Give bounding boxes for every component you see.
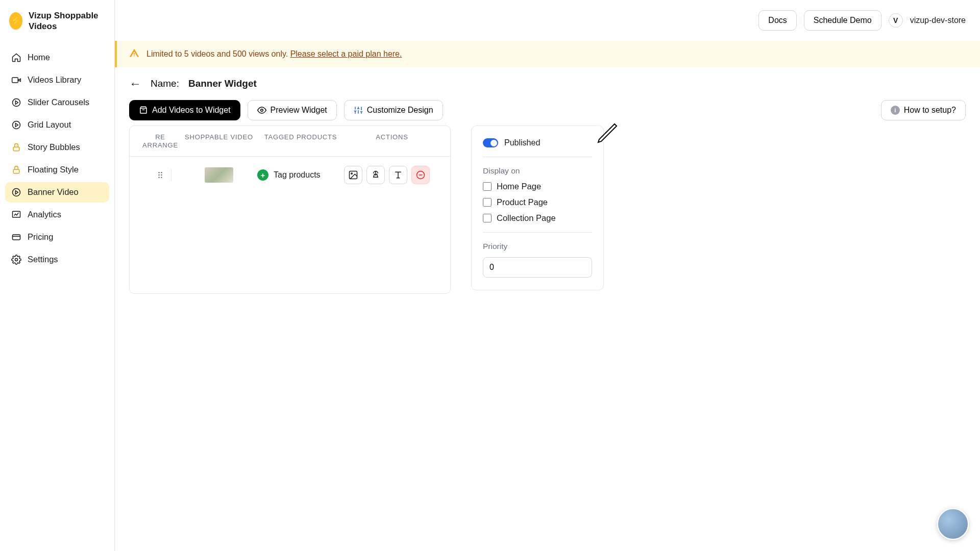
col-actions: ACTIONS [344, 133, 440, 149]
schedule-demo-button[interactable]: Schedule Demo [804, 10, 881, 31]
published-toggle[interactable] [483, 138, 498, 147]
col-rearrange: RE ARRANGE [140, 133, 181, 149]
sidebar-item-label: Floating Style [28, 165, 79, 174]
sidebar-item-settings[interactable]: Settings [5, 249, 109, 270]
avatar-letter[interactable]: V [889, 13, 903, 28]
svg-point-17 [351, 173, 353, 174]
support-chat-avatar[interactable] [937, 508, 969, 540]
customize-design-button[interactable]: Customize Design [344, 100, 443, 120]
svg-point-11 [161, 172, 162, 173]
videos-table: RE ARRANGE SHOPPABLE VIDEO TAGGED PRODUC… [129, 126, 451, 294]
collection-page-label: Collection Page [497, 213, 556, 223]
back-arrow-icon[interactable]: ← [129, 77, 141, 91]
svg-rect-7 [13, 235, 20, 240]
drag-handle-icon [157, 171, 164, 179]
sidebar-item-grid-layout[interactable]: Grid Layout [5, 115, 109, 135]
product-page-label: Product Page [497, 197, 548, 207]
tag-products-cell[interactable]: + Tag products [257, 169, 344, 181]
svg-rect-3 [13, 147, 19, 151]
sidebar-item-label: Story Bubbles [28, 142, 80, 152]
sidebar-item-label: Videos Library [28, 75, 81, 85]
pointer-icon [371, 170, 381, 180]
how-to-setup-button[interactable]: i How to setup? [881, 100, 966, 120]
add-videos-button[interactable]: Add Videos to Widget [129, 100, 240, 120]
svg-point-14 [158, 177, 160, 179]
svg-point-13 [161, 174, 162, 176]
home-icon [11, 53, 21, 63]
remove-action-button[interactable] [411, 166, 430, 184]
priority-input[interactable] [483, 257, 592, 278]
home-page-checkbox-row[interactable]: Home Page [483, 182, 592, 191]
sidebar-item-home[interactable]: Home [5, 47, 109, 68]
sidebar-item-story-bubbles[interactable]: Story Bubbles [5, 137, 109, 158]
sidebar-item-banner-video[interactable]: Banner Video [5, 182, 109, 203]
table-head: RE ARRANGE SHOPPABLE VIDEO TAGGED PRODUC… [130, 126, 450, 157]
brand-name: Vizup Shoppable Videos [29, 10, 105, 32]
product-page-checkbox[interactable] [483, 198, 492, 207]
limit-banner: Limited to 5 videos and 500 views only. … [115, 41, 980, 67]
preview-widget-button[interactable]: Preview Widget [248, 100, 337, 120]
sidebar-item-label: Banner Video [28, 187, 79, 197]
sidebar-item-label: Home [28, 53, 50, 62]
thumbnail-image [205, 167, 233, 183]
col-tagged: TAGGED PRODUCTS [257, 133, 344, 149]
play-circle-icon [11, 120, 21, 130]
product-page-checkbox-row[interactable]: Product Page [483, 197, 592, 207]
box-icon [139, 106, 148, 115]
divider [483, 157, 592, 157]
collection-page-checkbox[interactable] [483, 214, 492, 222]
image-icon [348, 170, 358, 180]
sidebar-item-floating-style[interactable]: Floating Style [5, 160, 109, 180]
sidebar-item-analytics[interactable]: Analytics [5, 205, 109, 225]
banner-link[interactable]: Please select a paid plan here. [290, 49, 402, 58]
toolbar: Add Videos to Widget Preview Widget Cust… [115, 96, 980, 126]
widget-name: Banner Widget [188, 78, 257, 89]
display-on-label: Display on [483, 166, 592, 176]
published-label: Published [504, 138, 540, 147]
svg-rect-0 [12, 78, 18, 83]
actions-cell [344, 166, 440, 184]
svg-point-10 [158, 172, 160, 173]
video-thumbnail[interactable] [181, 167, 257, 183]
settings-panel: Published Display on Home Page Product P… [471, 126, 604, 290]
play-circle-icon [11, 187, 21, 197]
col-video: SHOPPABLE VIDEO [181, 133, 257, 149]
page-header: ← Name: Banner Widget [115, 67, 980, 96]
docs-button[interactable]: Docs [758, 10, 796, 31]
home-page-checkbox[interactable] [483, 182, 492, 191]
brand-logo: ⚡ Vizup Shoppable Videos [5, 10, 109, 32]
priority-label: Priority [483, 242, 592, 251]
video-icon [11, 75, 21, 85]
image-action-button[interactable] [344, 166, 362, 184]
sidebar: ⚡ Vizup Shoppable Videos Home Videos Lib… [0, 0, 115, 551]
lock-icon [11, 165, 21, 175]
sidebar-item-videos-library[interactable]: Videos Library [5, 70, 109, 90]
play-circle-icon [11, 97, 21, 108]
sliders-icon [354, 106, 363, 115]
svg-point-9 [260, 109, 263, 112]
main: Docs Schedule Demo V vizup-dev-store Lim… [115, 0, 980, 551]
info-icon: i [891, 106, 900, 115]
tag-products-label: Tag products [274, 170, 321, 180]
sidebar-item-label: Grid Layout [28, 120, 71, 130]
table-row: + Tag products [130, 157, 450, 193]
svg-point-12 [158, 174, 160, 176]
minus-circle-icon [415, 170, 426, 180]
drag-handle[interactable] [140, 171, 181, 179]
logo-circle: ⚡ [9, 12, 22, 30]
svg-point-8 [15, 258, 18, 261]
sidebar-item-pricing[interactable]: Pricing [5, 227, 109, 247]
lock-icon [11, 142, 21, 153]
analytics-icon [11, 210, 21, 220]
sidebar-item-slider-carousels[interactable]: Slider Carousels [5, 92, 109, 113]
published-row: Published [483, 138, 592, 147]
collection-page-checkbox-row[interactable]: Collection Page [483, 213, 592, 223]
banner-text: Limited to 5 videos and 500 views only. … [146, 49, 402, 59]
click-action-button[interactable] [366, 166, 385, 184]
divider [483, 232, 592, 233]
svg-rect-4 [13, 169, 19, 173]
text-action-button[interactable] [389, 166, 407, 184]
sidebar-item-label: Slider Carousels [28, 97, 89, 107]
name-label: Name: [151, 78, 179, 89]
svg-point-1 [13, 98, 20, 106]
